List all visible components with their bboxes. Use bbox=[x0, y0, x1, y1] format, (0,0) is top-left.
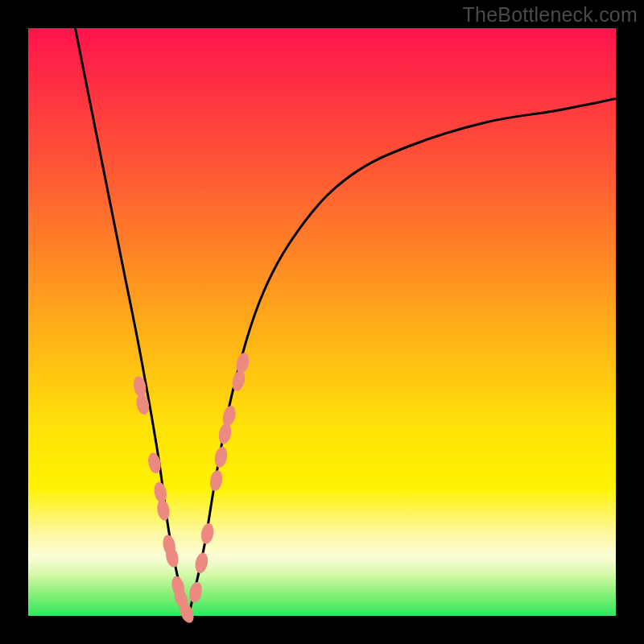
chart-svg bbox=[28, 28, 616, 616]
marker bbox=[200, 522, 215, 545]
plot-area bbox=[28, 28, 616, 616]
marker bbox=[213, 446, 229, 469]
marker bbox=[193, 551, 209, 574]
bottleneck-curve bbox=[75, 28, 616, 616]
curve-path bbox=[75, 28, 616, 616]
chart-frame: TheBottleneck.com bbox=[0, 0, 644, 644]
marker bbox=[221, 404, 237, 427]
watermark-text: TheBottleneck.com bbox=[463, 3, 638, 27]
marker bbox=[155, 499, 171, 522]
marker bbox=[188, 581, 204, 604]
marker bbox=[208, 469, 224, 492]
marker bbox=[217, 422, 233, 444]
